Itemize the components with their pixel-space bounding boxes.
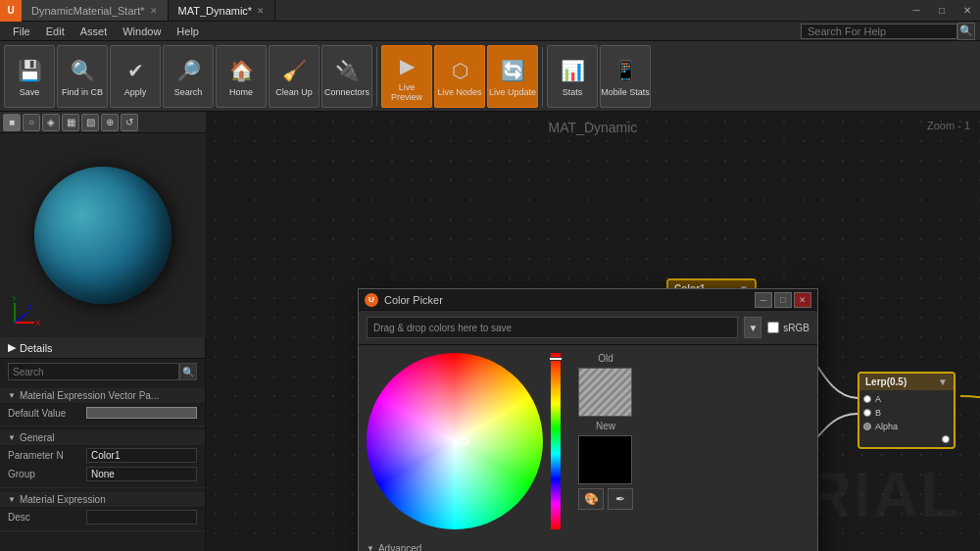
details-icon: ▶	[8, 341, 16, 354]
viewport-toolbar: ■ ○ ◈ ▦ ▨ ⊕ ↺	[0, 112, 206, 133]
hue-slider[interactable]	[551, 353, 561, 529]
desc-input[interactable]	[86, 510, 197, 525]
color-wheel[interactable]	[367, 353, 543, 529]
lerp-pin-b-dot[interactable]	[863, 409, 871, 417]
vt-btn-2[interactable]: ○	[23, 114, 40, 131]
maximize-button[interactable]: □	[929, 0, 955, 22]
menu-bar: File Edit Asset Window Help 🔍	[0, 22, 980, 41]
tab-dynamic-material[interactable]: DynamicMaterial_Start* ✕	[22, 0, 169, 21]
mat-expression-section: ▼ Material Expression Desc	[0, 488, 205, 531]
node-lerp-pin-a[interactable]: A	[859, 392, 954, 406]
lerp-pin-alpha-dot[interactable]	[863, 423, 871, 430]
wheel-cursor[interactable]	[459, 436, 468, 446]
help-search-input[interactable]	[801, 24, 957, 39]
stats-button[interactable]: 📊 Stats	[547, 45, 598, 108]
dialog-titlebar: U Color Picker ─ □ ✕	[359, 289, 817, 311]
details-search-input[interactable]	[8, 363, 179, 380]
save-label: Save	[20, 88, 40, 98]
home-label: Home	[229, 88, 253, 98]
lerp-pin-a-dot[interactable]	[863, 395, 871, 403]
apply-button[interactable]: ✔ Apply	[110, 45, 161, 108]
general-section: ▼ General Parameter N Group	[0, 426, 205, 488]
node-lerp-pin-out[interactable]	[859, 433, 954, 445]
drag-drop-arrow[interactable]: ▼	[744, 317, 761, 338]
eyedropper-btn[interactable]: 🎨	[578, 488, 604, 510]
canvas-title: MAT_Dynamic	[549, 120, 638, 135]
drag-drop-area[interactable]: Drag & drop colors here to save	[367, 317, 738, 338]
home-button[interactable]: 🏠 Home	[216, 45, 267, 108]
dialog-app-icon: U	[365, 293, 378, 307]
apply-label: Apply	[124, 88, 147, 98]
dialog-maximize-btn[interactable]: □	[774, 292, 792, 308]
vt-btn-3[interactable]: ◈	[42, 114, 60, 131]
apply-icon: ✔	[120, 55, 151, 86]
lerp-pin-out-dot[interactable]	[942, 435, 950, 443]
color-picker-dialog: U Color Picker ─ □ ✕ Drag & drop colors …	[358, 288, 818, 551]
color-wheel-wrap[interactable]	[367, 353, 543, 529]
tab-close-2[interactable]: ✕	[257, 6, 265, 16]
svg-text:X: X	[35, 319, 41, 327]
mat-expr-text: Material Expression Vector Pa...	[20, 390, 159, 401]
search-button[interactable]: 🔎 Search	[163, 45, 214, 108]
find-in-cb-button[interactable]: 🔍 Find in CB	[57, 45, 108, 108]
cleanup-button[interactable]: 🧹 Clean Up	[269, 45, 319, 108]
live-nodes-button[interactable]: ⬡ Live Nodes	[434, 45, 485, 108]
toolbar: 💾 Save 🔍 Find in CB ✔ Apply 🔎 Search 🏠 H…	[0, 41, 980, 112]
parameter-n-input[interactable]	[86, 448, 197, 463]
parameter-n-label: Parameter N	[8, 450, 86, 461]
mat-expression-text: Material Expression	[20, 494, 106, 505]
general-label: ▼ General	[0, 430, 205, 446]
advanced-arrow: ▼	[367, 544, 374, 551]
new-swatch	[578, 435, 632, 484]
menu-file[interactable]: File	[5, 22, 38, 40]
vt-btn-6[interactable]: ⊕	[101, 114, 119, 131]
mat-expr-label: ▼ Material Expression Vector Pa...	[0, 388, 205, 404]
dialog-close-btn[interactable]: ✕	[794, 292, 811, 308]
menu-edit[interactable]: Edit	[38, 22, 73, 40]
app-icon: U	[0, 0, 22, 22]
menu-help[interactable]: Help	[169, 22, 207, 40]
minimize-button[interactable]: ─	[904, 0, 929, 22]
svg-text:Z: Z	[27, 303, 32, 312]
live-preview-button[interactable]: ▶ Live Preview	[381, 45, 432, 108]
window-close-button[interactable]: ✕	[955, 0, 980, 22]
node-lerp-pin-alpha[interactable]: Alpha	[859, 420, 954, 433]
vt-btn-1[interactable]: ■	[3, 114, 21, 131]
node-lerp[interactable]: Lerp(0.5) ▼ A B Alpha	[858, 372, 956, 449]
save-button[interactable]: 💾 Save	[4, 45, 55, 108]
canvas-area[interactable]: MAT_Dynamic Zoom - 1 MATERIAL Color1 ▼ P…	[206, 112, 980, 551]
menu-window[interactable]: Window	[115, 22, 169, 40]
mat-expr-arrow: ▼	[8, 391, 16, 400]
mobile-stats-label: Mobile Stats	[601, 88, 650, 98]
help-search-button[interactable]: 🔍	[957, 23, 975, 40]
node-lerp-dropdown[interactable]: ▼	[938, 376, 948, 387]
menu-asset[interactable]: Asset	[73, 22, 116, 40]
dialog-minimize-btn[interactable]: ─	[755, 292, 772, 308]
axes-widget: X Y Z	[10, 288, 49, 327]
group-input[interactable]	[86, 467, 197, 481]
vt-btn-7[interactable]: ↺	[121, 114, 138, 131]
home-icon: 🏠	[225, 55, 257, 86]
sample-btn[interactable]: ✒	[608, 488, 633, 510]
dialog-title: Color Picker	[384, 294, 749, 306]
viewport: ■ ○ ◈ ▦ ▨ ⊕ ↺ X Y Z	[0, 112, 206, 337]
default-value-swatch[interactable]	[86, 407, 197, 419]
tab-close-1[interactable]: ✕	[150, 6, 158, 16]
mobile-stats-button[interactable]: 📱 Mobile Stats	[600, 45, 651, 108]
connectors-button[interactable]: 🔌 Connectors	[321, 45, 372, 108]
details-search-row: 🔍	[0, 359, 205, 384]
hue-slider-wrap[interactable]	[551, 353, 570, 529]
tab-mat-dynamic[interactable]: MAT_Dynamic* ✕	[169, 0, 276, 21]
srgb-checkbox[interactable]	[767, 322, 779, 333]
node-lerp-pin-b[interactable]: B	[859, 406, 954, 420]
advanced-header[interactable]: ▼ Advanced	[367, 541, 809, 551]
svg-text:Y: Y	[12, 294, 18, 303]
vt-btn-4[interactable]: ▦	[62, 114, 79, 131]
live-update-icon: 🔄	[497, 55, 528, 86]
vt-btn-5[interactable]: ▨	[81, 114, 99, 131]
srgb-row: sRGB	[767, 322, 809, 333]
details-search-icon[interactable]: 🔍	[179, 363, 197, 380]
live-update-label: Live Update	[489, 88, 536, 98]
live-update-button[interactable]: 🔄 Live Update	[487, 45, 538, 108]
window-controls: ─ □ ✕	[904, 0, 980, 22]
